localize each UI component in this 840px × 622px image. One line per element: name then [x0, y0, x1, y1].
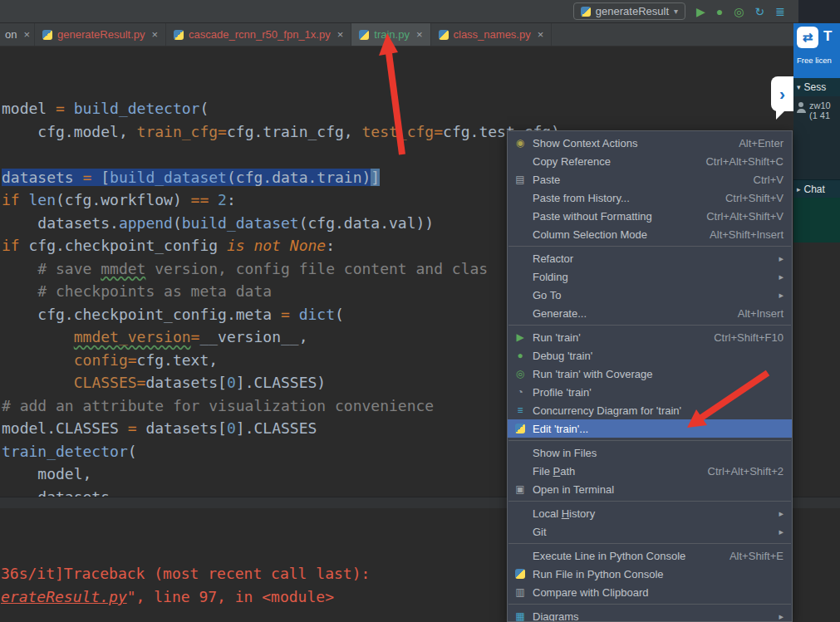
menu-item-paste[interactable]: ▤PasteCtrl+V: [508, 170, 792, 189]
code-token: datasets[: [145, 374, 227, 391]
code-token: datasets: [2, 169, 83, 186]
code-token: # add an attribute for visualization con…: [2, 397, 434, 414]
terminal-icon: ▣: [513, 484, 527, 494]
menu-item-git[interactable]: Git▸: [508, 522, 792, 541]
stack-trace-link[interactable]: erateResult.py: [1, 588, 127, 605]
run-config-selector[interactable]: generateResult ▾: [573, 2, 685, 20]
menu-item-open-in-terminal[interactable]: ▣Open in Terminal: [508, 480, 792, 498]
menu-item-label: Run 'train' with Coverage: [533, 368, 652, 380]
code-token: # save: [2, 260, 101, 277]
code-token: 2: [218, 191, 227, 208]
tab-generateresult-py[interactable]: generateResult.py×: [35, 23, 166, 46]
close-icon[interactable]: ×: [416, 28, 423, 41]
tab-on[interactable]: on×: [0, 23, 35, 46]
menu-item-label: Debug 'train': [533, 350, 592, 362]
menu-item-local-history[interactable]: Local History▸: [508, 504, 792, 522]
menu-shortcut: Ctrl+Alt+Shift+C: [705, 155, 784, 168]
menu-item-label: Refactor: [533, 252, 573, 265]
panel-filler: [793, 198, 840, 242]
chat-section-label: Chat: [804, 184, 825, 195]
tab-label: on: [5, 28, 17, 41]
main-toolbar: generateResult ▾ ▶●◎↻≣: [0, 0, 840, 23]
session-section-label: Sess: [804, 81, 827, 93]
menu-separator: [508, 543, 791, 544]
session-user[interactable]: zw10 (1 41: [793, 96, 840, 179]
code-token: model,: [2, 465, 91, 482]
tab-class-names-py[interactable]: class_names.py×: [431, 23, 553, 46]
menu-item-folding[interactable]: Folding▸: [508, 267, 792, 286]
code-token: =: [191, 328, 200, 345]
menu-item-show-in-files[interactable]: Show in Files: [508, 443, 792, 462]
close-icon[interactable]: ×: [337, 28, 344, 41]
close-icon[interactable]: ×: [23, 28, 30, 41]
user-id: (1 41: [809, 110, 831, 120]
run-button[interactable]: ▶: [696, 6, 705, 17]
triangle-right-icon: ▸: [797, 185, 801, 193]
profile-icon: ◔: [513, 387, 527, 397]
code-token: =: [137, 374, 146, 391]
menu-item-label: Paste from History...: [533, 192, 630, 204]
menu-item-refactor[interactable]: Refactor▸: [508, 249, 792, 267]
editor-tab-bar: on×generateResult.py×cascade_rcnn_r50_fp…: [0, 23, 840, 47]
tab-label: train.py: [374, 28, 410, 41]
menu-item-generate[interactable]: Generate...Alt+Insert: [508, 304, 792, 322]
services-button[interactable]: ≣: [775, 6, 785, 17]
session-section-header[interactable]: ▾ Sess: [793, 78, 840, 96]
menu-shortcut: Alt+Shift+Insert: [710, 228, 784, 241]
menu-item-concurrency-diagram-for-train[interactable]: ≡Concurrency Diagram for 'train': [508, 401, 792, 419]
tab-cascade-rcnn-r50-fpn-1x-py[interactable]: cascade_rcnn_r50_fpn_1x.py×: [166, 23, 351, 46]
menu-item-go-to[interactable]: Go To▸: [508, 286, 792, 304]
menu-item-run-train[interactable]: ▶Run 'train'Ctrl+Shift+F10: [508, 328, 792, 346]
menu-item-profile-train[interactable]: ◔Profile 'train': [508, 383, 792, 401]
python-file-icon: [359, 30, 369, 40]
code-token: datasets[: [145, 419, 227, 437]
menu-item-run-train-with-coverage[interactable]: ◎Run 'train' with Coverage: [508, 365, 792, 383]
context-menu: ◉Show Context ActionsAlt+EnterCopy Refer…: [507, 130, 793, 622]
menu-item-label: Show Context Actions: [533, 137, 637, 149]
code-token: ,: [299, 328, 308, 345]
menu-item-paste-from-history[interactable]: Paste from History...Ctrl+Shift+V: [508, 189, 792, 207]
code-token: (: [173, 214, 182, 232]
menu-item-execute-line-in-python-console[interactable]: Execute Line in Python ConsoleAlt+Shift+…: [508, 546, 792, 565]
menu-item-label: Execute Line in Python Console: [533, 550, 685, 562]
menu-item-paste-without-formatting[interactable]: Paste without FormattingCtrl+Alt+Shift+V: [508, 207, 792, 225]
menu-item-compare-with-clipboard[interactable]: ▥Compare with Clipboard: [508, 583, 792, 601]
code-token: append: [119, 214, 173, 232]
code-token: datasets.: [2, 214, 119, 232]
close-icon[interactable]: ×: [152, 28, 159, 41]
compare-icon: ▥: [513, 587, 527, 597]
menu-item-file-path[interactable]: File PathCtrl+Alt+Shift+2: [508, 462, 792, 480]
code-token: 0: [227, 374, 236, 391]
menu-item-run-file-in-python-console[interactable]: Run File in Python Console: [508, 565, 792, 583]
menu-item-label: Generate...: [533, 307, 587, 320]
code-token: build_detector: [74, 100, 200, 117]
chat-section-header[interactable]: ▸ Chat: [793, 179, 840, 198]
menu-item-label: Show in Files: [533, 447, 597, 459]
menu-item-column-selection-mode[interactable]: Column Selection ModeAlt+Shift+Insert: [508, 225, 792, 243]
python-file-icon: [174, 30, 184, 40]
python-icon: [581, 7, 591, 17]
profiler-button[interactable]: ↻: [755, 6, 765, 17]
tab-train-py[interactable]: train.py×: [351, 23, 430, 46]
code-token: [2, 328, 74, 345]
notification-balloon[interactable]: ›: [771, 76, 793, 111]
menu-shortcut: Ctrl+Alt+Shift+V: [706, 210, 784, 223]
menu-item-diagrams[interactable]: ▦Diagrams▸: [508, 607, 792, 622]
code-token: train_detector: [2, 443, 128, 460]
debug-button[interactable]: ●: [716, 6, 723, 17]
code-token: len: [29, 191, 56, 208]
menu-item-debug-train[interactable]: ●Debug 'train': [508, 346, 792, 365]
menu-item-show-context-actions[interactable]: ◉Show Context ActionsAlt+Enter: [508, 134, 792, 152]
run-config-label: generateResult: [596, 5, 669, 17]
pycharm-window: generateResult ▾ ▶●◎↻≣ on×generateResult…: [0, 0, 840, 622]
menu-item-copy-reference[interactable]: Copy ReferenceCtrl+Alt+Shift+C: [508, 152, 792, 170]
coverage-button[interactable]: ◎: [734, 6, 744, 17]
close-icon[interactable]: ×: [538, 28, 544, 41]
code-token: test_cfg: [362, 123, 435, 140]
code-token: :: [227, 191, 236, 208]
menu-item-edit-train[interactable]: Edit 'train'...: [508, 419, 792, 438]
code-token: cfg.checkpoint_config.meta: [2, 306, 281, 323]
code-token: (cfg.data.train): [227, 169, 371, 186]
menu-item-label: Paste without Formatting: [533, 210, 652, 223]
code-token: :: [326, 237, 335, 254]
